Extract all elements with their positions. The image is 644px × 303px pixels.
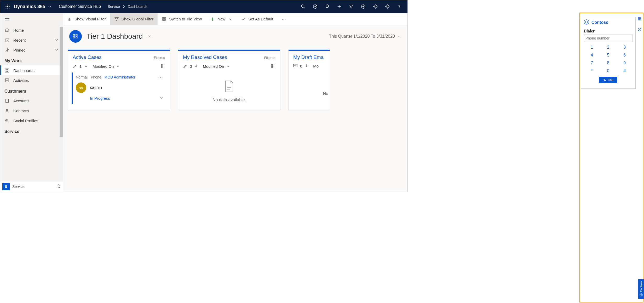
chevron-down-icon bbox=[55, 48, 59, 52]
nav-accounts[interactable]: Accounts bbox=[0, 96, 63, 106]
history-tab-icon[interactable] bbox=[637, 27, 642, 32]
wrench-icon[interactable] bbox=[183, 64, 187, 69]
key-2[interactable]: 2 bbox=[604, 45, 612, 50]
key-4[interactable]: 4 bbox=[588, 53, 596, 58]
nav-contacts[interactable]: Contacts bbox=[0, 106, 63, 116]
hub-label[interactable]: Customer Service Hub bbox=[59, 4, 101, 9]
case-more[interactable]: ··· bbox=[158, 75, 163, 79]
key-0[interactable]: 0 bbox=[604, 69, 612, 73]
area-label: Service bbox=[12, 184, 25, 189]
avatar: sa bbox=[76, 82, 86, 93]
key-star[interactable]: * bbox=[588, 69, 596, 73]
chevron-down-icon[interactable] bbox=[159, 96, 163, 100]
key-7[interactable]: 7 bbox=[588, 61, 596, 65]
dialer-label: Dialer bbox=[584, 29, 633, 33]
lightbulb-icon[interactable] bbox=[321, 0, 333, 13]
case-status[interactable]: In Progress bbox=[90, 96, 110, 100]
chevron-down-icon bbox=[48, 5, 51, 8]
cmd-show-global-filter[interactable]: Show Global Filter bbox=[110, 13, 158, 25]
document-icon bbox=[224, 80, 234, 92]
case-item[interactable]: Normal Phone MOD Administrator ··· sa sa… bbox=[72, 72, 166, 104]
gear-icon[interactable] bbox=[381, 0, 393, 13]
wrench-icon[interactable] bbox=[73, 64, 77, 69]
nav-dashboards[interactable]: Dashboards bbox=[0, 65, 63, 75]
date-range-label: This Quarter 1/1/2020 To 3/31/2020 bbox=[329, 34, 395, 39]
sort-down-icon[interactable] bbox=[194, 64, 198, 69]
circle-plus-icon[interactable] bbox=[357, 0, 369, 13]
empty-state: No data available. bbox=[178, 72, 280, 110]
key-9[interactable]: 9 bbox=[620, 61, 629, 65]
key-8[interactable]: 8 bbox=[604, 61, 612, 65]
keypad-tab-icon[interactable] bbox=[638, 17, 641, 21]
sort-down-icon[interactable] bbox=[84, 64, 88, 69]
cmd-more[interactable]: ··· bbox=[277, 13, 292, 25]
plus-icon[interactable] bbox=[333, 0, 345, 13]
nav-home[interactable]: Home bbox=[0, 25, 63, 35]
key-6[interactable]: 6 bbox=[620, 53, 629, 58]
mail-icon[interactable] bbox=[293, 64, 297, 68]
empty-state: No bbox=[289, 72, 330, 104]
case-name: sachin bbox=[90, 85, 102, 90]
svg-point-20 bbox=[387, 6, 388, 7]
svg-point-0 bbox=[5, 4, 6, 5]
brand-label[interactable]: Dynamics 365 bbox=[14, 4, 51, 9]
svg-rect-45 bbox=[162, 20, 164, 21]
key-hash[interactable]: # bbox=[620, 69, 629, 73]
hamburger-icon[interactable] bbox=[0, 13, 63, 25]
key-5[interactable]: 5 bbox=[604, 53, 612, 58]
chevron-down-icon[interactable] bbox=[116, 64, 119, 69]
card-title[interactable]: Active Cases bbox=[73, 54, 102, 60]
key-3[interactable]: 3 bbox=[620, 45, 629, 50]
count: 0 bbox=[300, 64, 302, 68]
search-icon[interactable] bbox=[297, 0, 309, 13]
sort-down-icon[interactable] bbox=[305, 64, 308, 68]
cmd-set-as-default[interactable]: Set As Default bbox=[237, 13, 277, 25]
nav-pinned-label: Pinned bbox=[13, 48, 26, 52]
nav-activities[interactable]: Activities bbox=[0, 75, 63, 85]
help-icon[interactable] bbox=[393, 0, 405, 13]
sort-field[interactable]: Mo bbox=[313, 64, 319, 68]
crumb-root[interactable]: Service bbox=[108, 4, 120, 9]
nav-recent[interactable]: Recent bbox=[0, 35, 63, 45]
svg-point-74 bbox=[639, 18, 640, 19]
list-settings-icon[interactable] bbox=[271, 64, 275, 69]
dashboard-round-icon bbox=[69, 30, 82, 43]
nav-scrollbar[interactable] bbox=[60, 24, 63, 180]
date-range-filter[interactable]: This Quarter 1/1/2020 To 3/31/2020 bbox=[329, 34, 401, 39]
chevron-updown-icon bbox=[57, 184, 61, 189]
phone-number-input[interactable] bbox=[584, 35, 633, 42]
app-launcher-icon[interactable] bbox=[2, 4, 13, 9]
nav-social[interactable]: Social Profiles bbox=[0, 116, 63, 126]
nav-pinned[interactable]: Pinned bbox=[0, 45, 63, 55]
sort-field[interactable]: Modified On bbox=[203, 64, 224, 69]
dashboard-icon bbox=[4, 68, 10, 73]
svg-rect-52 bbox=[76, 37, 77, 38]
card-title[interactable]: My Draft Ema bbox=[293, 54, 324, 60]
case-owner-link[interactable]: MOD Administrator bbox=[105, 75, 135, 79]
area-badge: S bbox=[2, 183, 10, 190]
task-icon[interactable] bbox=[309, 0, 321, 13]
chevron-down-icon[interactable] bbox=[227, 64, 230, 69]
list-settings-icon[interactable] bbox=[161, 64, 165, 69]
nav-section-customers: Customers bbox=[0, 85, 63, 96]
svg-rect-43 bbox=[162, 18, 164, 19]
svg-point-71 bbox=[639, 17, 640, 18]
title-chevron-icon[interactable] bbox=[147, 34, 152, 39]
settings-alt-icon[interactable] bbox=[369, 0, 381, 13]
cmd-show-visual-filter[interactable]: Show Visual Filter bbox=[63, 13, 110, 25]
call-label: Call bbox=[608, 78, 613, 82]
sort-field[interactable]: Modified On bbox=[93, 64, 114, 69]
card-title[interactable]: My Resolved Cases bbox=[183, 54, 227, 60]
dashboard-content: Tier 1 Dashboard This Quarter 1/1/2020 T… bbox=[63, 25, 407, 192]
key-1[interactable]: 1 bbox=[588, 45, 596, 50]
cmd-new[interactable]: New bbox=[206, 13, 237, 25]
call-button[interactable]: Call bbox=[599, 77, 617, 83]
chevron-down-icon bbox=[228, 17, 233, 21]
cmd-tile-view[interactable]: Switch to Tile View bbox=[158, 13, 206, 25]
nav-accounts-label: Accounts bbox=[13, 99, 30, 103]
count: 0 bbox=[190, 64, 192, 69]
svg-rect-56 bbox=[161, 66, 162, 68]
svg-marker-42 bbox=[115, 18, 118, 21]
filter-icon[interactable] bbox=[345, 0, 357, 13]
nav-area-switcher[interactable]: S Service bbox=[0, 181, 63, 192]
